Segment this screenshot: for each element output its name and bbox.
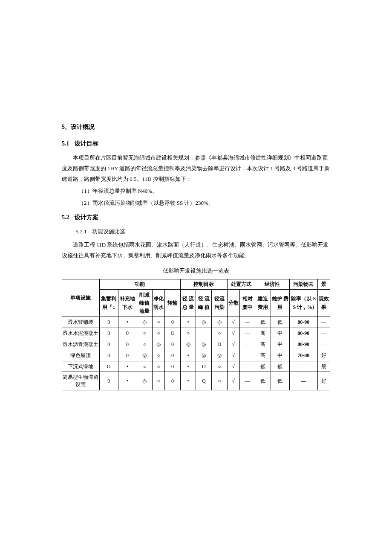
th-jinghua: 净化雨水: [153, 289, 165, 317]
table-cell: 80-90: [289, 317, 317, 328]
table-cell: —: [289, 361, 317, 372]
table-cell: ○: [153, 350, 165, 361]
table-cell: ○: [153, 328, 165, 339]
th-churate: 除率（以 SS 计，%): [289, 289, 317, 317]
table-cell: 0: [165, 372, 181, 390]
table-cell: 0: [165, 350, 181, 361]
table-cell: 0: [118, 350, 137, 361]
table-cell: ○: [212, 372, 228, 390]
table-cell: —: [289, 372, 317, 390]
table-cell: √: [227, 328, 239, 339]
table-header-row-1: 单项设施 功能 控制目标 处置方式 经济性 污染物去 景: [62, 279, 330, 289]
table-cell: O: [99, 361, 118, 372]
table-cell: ◎: [212, 350, 228, 361]
facility-name: 透水沥青混凝土: [62, 339, 100, 350]
para-5-1-a: 本项目所在片区目前暂无海绵城市建设相关规划，参照《丰都县海绵城市修建性详细规划》…: [62, 153, 330, 184]
facility-name: 透水转铺装: [62, 317, 100, 328]
table-cell: ○: [153, 361, 165, 372]
table-cell: ◎: [137, 317, 153, 328]
table-cell: •: [180, 361, 196, 372]
table-row: 下沉式绿地O•○○0•O○√—低低—般: [62, 361, 330, 372]
th-jlzl: 径 流 总 量: [180, 289, 196, 317]
table-cell: ◎: [196, 339, 212, 350]
table-cell: —: [239, 361, 255, 372]
table-cell: •: [118, 372, 137, 390]
table-cell: ◎: [180, 339, 196, 350]
table-cell: —: [317, 339, 330, 350]
table-cell: 高: [255, 339, 271, 350]
table-cell: —: [239, 339, 255, 350]
th-economy: 经济性: [255, 279, 289, 289]
th-jianzao: 建造费用: [255, 289, 271, 317]
th-control: 控制目标: [180, 279, 227, 289]
table-cell: √: [227, 372, 239, 390]
table-cell: 好: [317, 350, 330, 361]
table-cell: O: [196, 361, 212, 372]
heading-num: 5.1: [62, 140, 69, 147]
table-cell: 中: [271, 328, 289, 339]
table-cell: 低: [255, 372, 271, 390]
th-function: 功能: [99, 279, 180, 289]
table-cell: ◎: [137, 350, 153, 361]
th-jingguan: 观效果: [317, 289, 330, 317]
table-cell: Q: [196, 372, 212, 390]
table-cell: •: [180, 350, 196, 361]
table-row: 透水转铺装0•◎○0•◎◎√—低低80-90—: [62, 317, 330, 328]
th-landscape: 景: [317, 279, 330, 289]
heading-5-2: 5.2设计方案: [62, 212, 330, 224]
heading-5-1: 5.1设计目标: [62, 138, 330, 150]
table-cell: 0: [99, 317, 118, 328]
th-jixu: 集蓄利用『:.: [99, 289, 118, 317]
table-cell: ◎: [196, 317, 212, 328]
th-fensan: 分散: [227, 289, 239, 317]
para-5-1-c: （2）雨水径流污染物削减率（以悬浮物 SS 计）230%。: [62, 198, 330, 209]
table-cell: ○: [153, 372, 165, 390]
facility-name: 绿色屋顶: [62, 350, 100, 361]
table-cell: 80-90: [289, 339, 317, 350]
table-cell: •: [118, 317, 137, 328]
table-title: 低影响开发设施比选一览表: [62, 266, 330, 276]
table-cell: •: [180, 372, 196, 390]
table-cell: ○: [212, 361, 228, 372]
table-row: 绿色屋顶00◎○0•◎◎√—高中70-80好: [62, 350, 330, 361]
table-cell: ○: [153, 317, 165, 328]
th-buchong: 补充地下水: [118, 289, 137, 317]
th-xuejian: 削减峰值流量: [137, 289, 153, 317]
facility-name: 简易型生物滞留设荒: [62, 372, 100, 390]
table-cell: ○: [137, 328, 153, 339]
table-row: 透水沥青混凝土00○◎0◎◎Θ√—高中80-90—: [62, 339, 330, 350]
table-cell: 0: [99, 328, 118, 339]
table-cell: Θ: [212, 339, 228, 350]
table-cell: 低: [271, 372, 289, 390]
table-cell: √: [227, 350, 239, 361]
th-facility: 单项设施: [62, 279, 100, 317]
table-cell: •: [180, 317, 196, 328]
table-cell: —: [239, 328, 255, 339]
table-cell: ○: [212, 328, 228, 339]
table-cell: 低: [255, 317, 271, 328]
heading-num: 5.2.1: [76, 228, 87, 235]
table-row: 简易型生物滞留设荒0•◎○0•Q○√—低低—好: [62, 372, 330, 390]
table-cell: 0: [118, 328, 137, 339]
comparison-table: 单项设施 功能 控制目标 处置方式 经济性 污染物去 景 集蓄利用『:. 补充地…: [62, 279, 330, 390]
table-cell: —: [317, 328, 330, 339]
table-cell: √: [227, 317, 239, 328]
table-cell: 0: [118, 339, 137, 350]
table-cell: 0: [99, 339, 118, 350]
table-cell: ◎: [212, 317, 228, 328]
th-jlwr: 径流污染: [212, 289, 228, 317]
table-cell: —: [239, 317, 255, 328]
heading-title: 设计目标: [75, 140, 98, 147]
heading-5-2-1: 5.2.1功能设施比选: [62, 227, 330, 237]
table-cell: 般: [317, 361, 330, 372]
th-dispose: 处置方式: [227, 279, 255, 289]
table-cell: 低: [271, 361, 289, 372]
table-cell: •: [118, 361, 137, 372]
th-xiangdui: 相对窠中: [239, 289, 255, 317]
table-cell: [196, 328, 212, 339]
facility-name: 透水水泥混凝土: [62, 328, 100, 339]
para-5-1-b: （1）年径流总量控制率 N40%。: [62, 186, 330, 197]
table-cell: O: [165, 328, 181, 339]
table-cell: 低: [271, 317, 289, 328]
table-cell: 高: [255, 328, 271, 339]
